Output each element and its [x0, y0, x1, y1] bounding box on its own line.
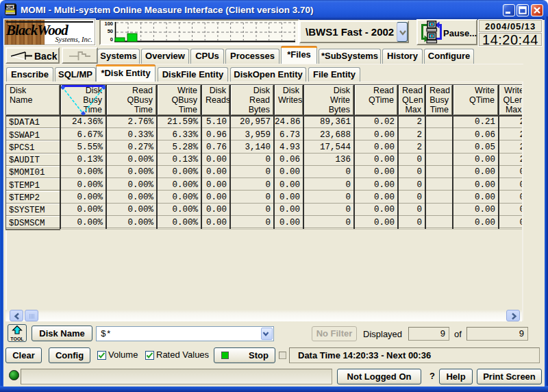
svg-text:0: 0 — [110, 36, 113, 42]
svg-text:100: 100 — [104, 21, 113, 27]
svg-text:50: 50 — [108, 28, 113, 34]
svg-text:MOMI: MOMI — [5, 5, 16, 10]
